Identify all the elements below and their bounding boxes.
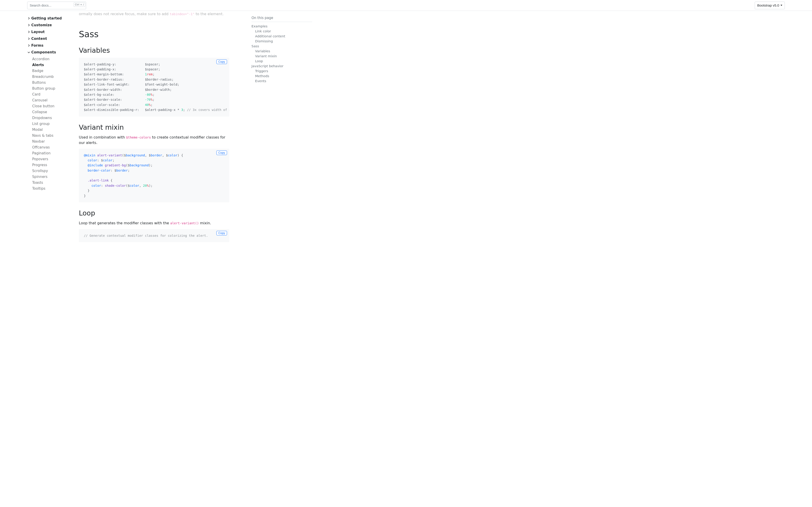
sidebar-group-forms[interactable]: Forms	[27, 42, 71, 49]
chevron-down-icon	[780, 5, 782, 6]
main-content: ormally does not receive focus, make sur…	[72, 11, 236, 260]
sidebar-item-close-button[interactable]: Close button	[32, 103, 71, 109]
toc-link[interactable]: Link color	[255, 29, 312, 34]
toc-link[interactable]: Sass	[251, 44, 312, 49]
search-wrap: Ctrl + /	[27, 2, 86, 9]
sidebar-item-carousel[interactable]: Carousel	[32, 97, 71, 103]
sidebar-group-components[interactable]: Components	[27, 49, 71, 56]
sidebar-group-layout[interactable]: Layout	[27, 29, 71, 35]
toc-link[interactable]: Variant mixin	[255, 54, 312, 59]
search-shortcut-badge: Ctrl + /	[73, 2, 86, 7]
on-this-page: On this page ExamplesLink colorAdditiona…	[251, 11, 315, 260]
chevron-right-icon	[27, 23, 30, 27]
sidebar-group-customize[interactable]: Customize	[27, 22, 71, 29]
sidebar-item-dropdowns[interactable]: Dropdowns	[32, 115, 71, 121]
sidebar-item-collapse[interactable]: Collapse	[32, 109, 71, 115]
chevron-down-icon	[27, 51, 30, 54]
code-block-variant: Copy @mixin alert-variant($background, $…	[79, 149, 229, 203]
heading-variant-mixin: Variant mixin	[79, 123, 229, 131]
code-block-loop: Copy // Generate contextual modifier cla…	[79, 229, 229, 242]
sidebar-group-label: Layout	[31, 30, 45, 34]
sidebar-components-list: AccordionAlertsBadgeBreadcrumbButtonsBut…	[27, 56, 71, 191]
toc-title: On this page	[251, 16, 312, 22]
chevron-right-icon	[27, 30, 30, 34]
loop-intro: Loop that generates the modifier classes…	[79, 220, 229, 226]
sidebar-group-getting-started[interactable]: Getting started	[27, 15, 71, 22]
text: Used in combination with	[79, 135, 126, 139]
sidebar-item-pagination[interactable]: Pagination	[32, 150, 71, 156]
sidebar-item-list-group[interactable]: List group	[32, 121, 71, 127]
sidebar-item-tooltips[interactable]: Tooltips	[32, 186, 71, 191]
lead-fragment-code: tabindex="-1"	[170, 12, 195, 16]
top-nav: Ctrl + / Bootstrap v5.0	[0, 0, 812, 11]
sidebar-item-progress[interactable]: Progress	[32, 162, 71, 168]
heading-sass: Sass	[79, 29, 229, 40]
sidebar-item-accordion[interactable]: Accordion	[32, 56, 71, 62]
code-block-variables: Copy $alert-padding-y: $spacer; $alert-p…	[79, 58, 229, 117]
toc-link[interactable]: Dismissing	[255, 39, 312, 44]
toc-link[interactable]: Variables	[255, 49, 312, 54]
toc-link[interactable]: Additional content	[255, 34, 312, 39]
lead-fragment-text: to the element.	[194, 12, 223, 16]
lead-fragment-text: ormally does not receive focus, make sur…	[79, 12, 170, 16]
toc-link[interactable]: JavaScript behavior	[251, 64, 312, 69]
sidebar-group-label: Getting started	[31, 16, 62, 20]
sidebar-item-spinners[interactable]: Spinners	[32, 174, 71, 180]
sidebar-item-alerts[interactable]: Alerts	[32, 62, 71, 68]
heading-variables: Variables	[79, 46, 229, 55]
sidebar-item-button-group[interactable]: Button group	[32, 86, 71, 92]
copy-button[interactable]: Copy	[216, 151, 227, 155]
chevron-right-icon	[27, 37, 30, 40]
text: Loop that generates the modifier classes…	[79, 221, 170, 225]
sidebar-item-badge[interactable]: Badge	[32, 68, 71, 74]
toc-link[interactable]: Methods	[255, 73, 312, 78]
sidebar-item-navs-tabs[interactable]: Navs & tabs	[32, 133, 71, 138]
heading-loop: Loop	[79, 209, 229, 217]
sidebar-group-label: Forms	[31, 44, 44, 48]
toc-link[interactable]: Triggers	[255, 69, 312, 73]
sidebar-item-modal[interactable]: Modal	[32, 127, 71, 133]
toc-link[interactable]: Loop	[255, 59, 312, 64]
sidebar-group-label: Customize	[31, 23, 52, 27]
toc-link[interactable]: Events	[255, 78, 312, 83]
version-dropdown[interactable]: Bootstrap v5.0	[755, 2, 785, 9]
copy-button[interactable]: Copy	[216, 231, 227, 235]
sidebar-item-offcanvas[interactable]: Offcanvas	[32, 145, 71, 150]
copy-button[interactable]: Copy	[216, 60, 227, 64]
code-inline: alert-variant()	[170, 221, 199, 225]
sidebar-item-popovers[interactable]: Popovers	[32, 156, 71, 162]
sidebar-group-label: Components	[31, 50, 56, 54]
variant-intro: Used in combination with $theme-colors t…	[79, 135, 229, 146]
chevron-right-icon	[27, 44, 30, 47]
text: mixin.	[199, 221, 211, 225]
lead-fragment: ormally does not receive focus, make sur…	[79, 12, 229, 16]
toc-link[interactable]: Examples	[251, 24, 312, 29]
sidebar-item-toasts[interactable]: Toasts	[32, 180, 71, 186]
toc-list: ExamplesLink colorAdditional contentDism…	[251, 24, 312, 83]
sidebar-item-navbar[interactable]: Navbar	[32, 138, 71, 145]
sidebar-group-label: Content	[31, 37, 47, 41]
sidebar-group-content[interactable]: Content	[27, 35, 71, 42]
version-label: Bootstrap v5.0	[757, 3, 779, 7]
sidebar-item-breadcrumb[interactable]: Breadcrumb	[32, 74, 71, 80]
chevron-right-icon	[27, 17, 30, 20]
sidebar-item-card[interactable]: Card	[32, 92, 71, 97]
code-inline: $theme-colors	[126, 135, 151, 139]
sidebar-item-buttons[interactable]: Buttons	[32, 80, 71, 86]
docs-sidebar: Getting started Customize Layout Content…	[0, 11, 72, 260]
sidebar-item-scrollspy[interactable]: Scrollspy	[32, 168, 71, 174]
